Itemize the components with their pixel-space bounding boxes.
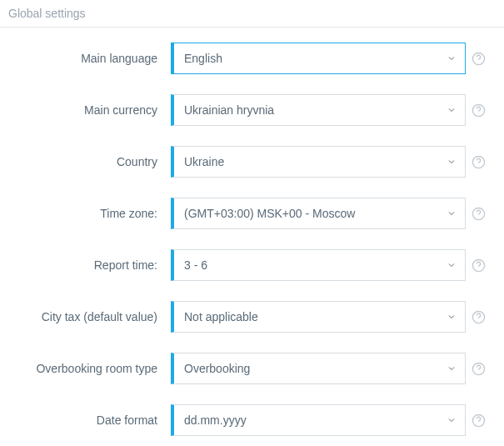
help-icon[interactable] (466, 207, 491, 221)
row-main-language: Main language English (8, 43, 491, 74)
row-city-tax: City tax (default value) Not applicable (8, 301, 491, 333)
select-value: (GMT+03:00) MSK+00 - Moscow (184, 207, 355, 220)
select-value: dd.mm.yyyy (184, 413, 247, 427)
chevron-down-icon (447, 53, 457, 63)
chevron-down-icon (447, 157, 457, 167)
row-country: Country Ukraine (8, 146, 491, 178)
control-city-tax: Not applicable (171, 301, 466, 333)
control-main-language: English (171, 43, 466, 74)
row-report-time: Report time: 3 - 6 (8, 249, 491, 281)
chevron-down-icon (447, 208, 457, 218)
help-icon[interactable] (466, 155, 491, 169)
chevron-down-icon (447, 415, 457, 425)
help-icon[interactable] (466, 52, 491, 66)
chevron-down-icon (447, 105, 457, 115)
row-date-format: Date format dd.mm.yyyy (8, 404, 491, 436)
row-time-zone: Time zone: (GMT+03:00) MSK+00 - Moscow (8, 198, 491, 229)
settings-form: Main language English Main currency Ukra… (0, 28, 504, 446)
help-icon[interactable] (466, 310, 491, 324)
row-overbooking: Overbooking room type Overbooking (8, 353, 491, 384)
help-icon[interactable] (466, 103, 491, 118)
chevron-down-icon (447, 363, 457, 373)
row-main-currency: Main currency Ukrainian hryvnia (8, 94, 491, 126)
label-date-format: Date format (8, 413, 171, 427)
select-value: Overbooking (184, 362, 250, 375)
control-time-zone: (GMT+03:00) MSK+00 - Moscow (171, 198, 466, 229)
label-main-language: Main language (8, 52, 171, 65)
label-time-zone: Time zone: (8, 207, 171, 220)
label-country: Country (8, 155, 171, 168)
label-report-time: Report time: (8, 258, 171, 272)
control-country: Ukraine (171, 146, 466, 178)
select-value: English (184, 52, 222, 65)
select-report-time[interactable]: 3 - 6 (171, 249, 466, 281)
select-main-currency[interactable]: Ukrainian hryvnia (171, 94, 466, 126)
select-value: Ukrainian hryvnia (184, 103, 274, 117)
control-main-currency: Ukrainian hryvnia (171, 94, 466, 126)
select-value: Not applicable (184, 310, 258, 323)
select-country[interactable]: Ukraine (171, 146, 466, 178)
section-header: Global settings (0, 0, 504, 28)
select-value: Ukraine (184, 155, 224, 168)
label-overbooking: Overbooking room type (8, 362, 171, 375)
select-city-tax[interactable]: Not applicable (171, 301, 466, 333)
help-icon[interactable] (466, 413, 491, 428)
select-time-zone[interactable]: (GMT+03:00) MSK+00 - Moscow (171, 198, 466, 229)
help-icon[interactable] (466, 258, 491, 273)
label-city-tax: City tax (default value) (8, 310, 171, 323)
label-main-currency: Main currency (8, 103, 171, 117)
section-title: Global settings (8, 7, 86, 20)
select-date-format[interactable]: dd.mm.yyyy (171, 404, 466, 436)
select-value: 3 - 6 (184, 258, 207, 272)
help-icon[interactable] (466, 362, 491, 376)
select-overbooking[interactable]: Overbooking (171, 353, 466, 384)
control-date-format: dd.mm.yyyy (171, 404, 466, 436)
chevron-down-icon (447, 260, 457, 270)
control-overbooking: Overbooking (171, 353, 466, 384)
chevron-down-icon (447, 312, 457, 322)
select-main-language[interactable]: English (171, 43, 466, 74)
control-report-time: 3 - 6 (171, 249, 466, 281)
